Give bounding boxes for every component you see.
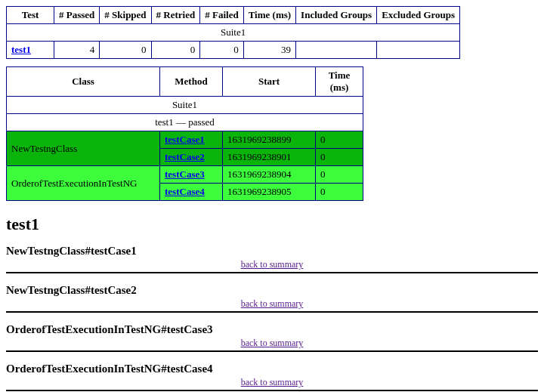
back-row: back to summary xyxy=(6,259,538,270)
detail-method-cell: testCase3 xyxy=(160,166,223,184)
summary-included xyxy=(296,42,377,59)
separator xyxy=(6,350,538,352)
detail-class-cell: OrderofTestExecutionInTestNG xyxy=(7,166,160,201)
detail-class-cell: NewTestngClass xyxy=(7,131,160,166)
detail-method-cell: testCase2 xyxy=(160,149,223,166)
detail-start-cell: 1631969238905 xyxy=(223,184,316,201)
col-method: Method xyxy=(160,67,223,97)
detail-time-cell: 0 xyxy=(316,131,363,149)
col-test: Test xyxy=(7,7,54,24)
section-title: test1 xyxy=(6,215,538,234)
summary-suite-name: Suite1 xyxy=(7,24,460,42)
detail-start-cell: 1631969238899 xyxy=(223,131,316,149)
detail-method-cell: testCase1 xyxy=(160,131,223,149)
summary-data-row: test1 4 0 0 0 39 xyxy=(7,42,460,59)
col-excluded: Excluded Groups xyxy=(377,7,460,24)
col-failed: # Failed xyxy=(200,7,243,24)
col-included: Included Groups xyxy=(296,7,377,24)
summary-skipped: 0 xyxy=(100,42,151,59)
separator xyxy=(6,390,538,391)
summary-time: 39 xyxy=(243,42,295,59)
back-row: back to summary xyxy=(6,298,538,310)
summary-failed: 0 xyxy=(200,42,243,59)
case-title: OrderofTestExecutionInTestNG#testCase4 xyxy=(6,363,538,375)
detail-status-line: test1 — passed xyxy=(7,114,363,131)
back-to-summary-link[interactable]: back to summary xyxy=(241,377,304,387)
col-passed: # Passed xyxy=(54,7,100,24)
back-to-summary-link[interactable]: back to summary xyxy=(241,338,304,348)
summary-suite-row: Suite1 xyxy=(7,24,460,42)
summary-table: Test # Passed # Skipped # Retried # Fail… xyxy=(6,6,460,59)
summary-header-row: Test # Passed # Skipped # Retried # Fail… xyxy=(7,7,460,24)
case-title: NewTestngClass#testCase1 xyxy=(6,245,538,258)
col-time2: Time (ms) xyxy=(316,67,363,97)
col-start: Start xyxy=(223,67,316,97)
method-link-testCase4[interactable]: testCase4 xyxy=(165,186,205,197)
detail-row: NewTestngClasstestCase116319692388990 xyxy=(7,131,363,149)
col-class: Class xyxy=(7,67,160,97)
method-link-testCase2[interactable]: testCase2 xyxy=(165,151,205,162)
back-to-summary-link[interactable]: back to summary xyxy=(241,259,304,270)
back-row: back to summary xyxy=(6,338,538,349)
separator xyxy=(6,272,538,273)
test-link-test1[interactable]: test1 xyxy=(11,44,31,55)
detail-header-row: Class Method Start Time (ms) xyxy=(7,67,363,97)
detail-suite-name: Suite1 xyxy=(7,97,363,114)
case-title: OrderofTestExecutionInTestNG#testCase3 xyxy=(6,323,538,336)
summary-retried: 0 xyxy=(151,42,200,59)
summary-excluded xyxy=(377,42,460,59)
detail-start-cell: 1631969238901 xyxy=(223,149,316,166)
method-link-testCase3[interactable]: testCase3 xyxy=(165,168,205,180)
detail-time-cell: 0 xyxy=(316,184,363,201)
detail-start-cell: 1631969238904 xyxy=(223,166,316,184)
back-row: back to summary xyxy=(6,377,538,388)
detail-row: OrderofTestExecutionInTestNGtestCase3163… xyxy=(7,166,363,184)
case-title: NewTestngClass#testCase2 xyxy=(6,284,538,297)
summary-passed: 4 xyxy=(54,42,100,59)
detail-method-cell: testCase4 xyxy=(160,184,223,201)
col-retried: # Retried xyxy=(151,7,200,24)
detail-time-cell: 0 xyxy=(316,166,363,184)
method-link-testCase1[interactable]: testCase1 xyxy=(165,134,205,145)
detail-status-row: test1 — passed xyxy=(7,114,363,131)
detail-table: Class Method Start Time (ms) Suite1 test… xyxy=(6,66,363,201)
separator xyxy=(6,311,538,313)
col-time: Time (ms) xyxy=(243,7,295,24)
summary-test-cell: test1 xyxy=(7,42,54,59)
back-to-summary-link[interactable]: back to summary xyxy=(241,298,304,309)
detail-time-cell: 0 xyxy=(316,149,363,166)
col-skipped: # Skipped xyxy=(100,7,151,24)
detail-suite-row: Suite1 xyxy=(7,97,363,114)
